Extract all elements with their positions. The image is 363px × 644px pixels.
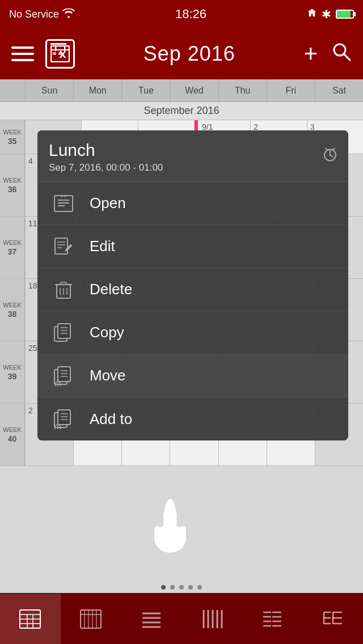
dot-2 [170, 585, 175, 590]
header-sun: Sun [25, 79, 73, 101]
event-title-bar: Lunch Sep 7, 2016, 00:00 - 01:00 [37, 130, 348, 182]
context-move-label: Move [90, 367, 126, 384]
context-menu: Lunch Sep 7, 2016, 00:00 - 01:00 [37, 130, 348, 440]
svg-rect-3 [64, 46, 66, 51]
svg-rect-19 [55, 238, 67, 254]
bluetooth-icon: ✱ [322, 7, 331, 21]
delete-icon [51, 277, 76, 302]
svg-rect-54 [179, 526, 186, 539]
tasks-view-icon [320, 607, 345, 632]
tab-week[interactable] [61, 594, 121, 644]
week-label-38: WEEK 38 [0, 279, 25, 341]
event-datetime: Sep 7, 2016, 00:00 - 01:00 [49, 162, 337, 173]
week-label-37: WEEK 37 [0, 217, 25, 278]
month-label: September 2016 [0, 102, 363, 120]
open-icon [51, 191, 76, 216]
svg-rect-4 [53, 52, 56, 55]
header-sat: Sat [315, 79, 363, 101]
page-indicator [161, 585, 202, 590]
context-copy-label: Copy [90, 324, 124, 341]
addto-icon [51, 406, 76, 431]
svg-line-9 [344, 54, 350, 60]
tab-vertical[interactable] [182, 594, 242, 644]
svg-rect-2 [55, 46, 57, 51]
calendar-view-button[interactable] [45, 39, 75, 69]
nav-title: Sep 2016 [143, 42, 235, 66]
svg-point-51 [163, 502, 177, 536]
context-menu-open[interactable]: Open [37, 182, 348, 225]
svg-line-12 [330, 155, 333, 157]
battery-indicator [336, 10, 354, 19]
header-wed: Wed [170, 79, 218, 101]
week-label-35-top: WEEK 35 [0, 120, 25, 154]
day-headers: Sun Mon Tue Wed Thu Fri Sat [0, 79, 363, 102]
month-view-icon [18, 607, 43, 632]
tab-agenda[interactable] [242, 594, 303, 644]
header-thu: Thu [218, 79, 267, 101]
dot-4 [188, 585, 193, 590]
tab-list[interactable] [121, 594, 182, 644]
search-button[interactable] [331, 41, 352, 66]
dot-5 [197, 585, 202, 590]
svg-point-57 [162, 507, 178, 523]
tab-bar [0, 593, 363, 644]
nav-left [11, 39, 75, 69]
dot-1 [161, 585, 166, 590]
edit-icon [51, 234, 76, 259]
svg-line-14 [332, 149, 335, 150]
svg-rect-55 [154, 533, 161, 541]
svg-rect-44 [58, 410, 70, 425]
week-label-40: WEEK 40 [0, 404, 25, 465]
copy-icon [51, 320, 76, 345]
alarm-icon [322, 146, 338, 166]
svg-point-52 [154, 524, 186, 553]
svg-rect-56 [179, 533, 186, 541]
nav-bar: Sep 2016 + [0, 28, 363, 79]
status-bar: No Service 18:26 ✱ [0, 0, 363, 28]
context-menu-edit[interactable]: Edit [37, 225, 348, 268]
cursor-hand [142, 488, 199, 561]
context-menu-addto[interactable]: Add to [37, 397, 348, 440]
nav-right: + [303, 41, 352, 66]
agenda-view-icon [260, 607, 285, 632]
add-event-button[interactable]: + [303, 42, 318, 66]
list-view-icon [139, 607, 164, 632]
time-display: 18:26 [175, 7, 206, 22]
context-menu-copy[interactable]: Copy [37, 311, 348, 354]
tab-tasks[interactable] [302, 594, 363, 644]
svg-point-58 [164, 499, 176, 531]
context-menu-delete[interactable]: Delete [37, 268, 348, 311]
event-title: Lunch [49, 141, 337, 160]
menu-button[interactable] [11, 46, 34, 61]
svg-rect-36 [58, 367, 70, 382]
header-mon: Mon [73, 79, 121, 101]
svg-rect-65 [81, 610, 101, 628]
carrier-text: No Service [9, 9, 59, 20]
wifi-icon [62, 8, 75, 21]
svg-rect-26 [61, 282, 66, 285]
header-tue: Tue [121, 79, 170, 101]
week-view-icon [78, 607, 103, 632]
context-delete-label: Delete [90, 281, 132, 298]
status-left: No Service [9, 8, 75, 21]
status-right: ✱ [307, 7, 354, 21]
svg-rect-53 [154, 526, 161, 539]
context-open-label: Open [90, 194, 126, 212]
svg-line-13 [326, 149, 328, 150]
calendar-body: September 2016 WEEK 35 9/1 2 3 WEEK 36 4… [0, 102, 363, 644]
svg-rect-31 [58, 324, 70, 338]
context-menu-move[interactable]: Move [37, 354, 348, 397]
dot-3 [179, 585, 184, 590]
location-icon [307, 8, 317, 20]
week-label-39: WEEK 39 [0, 341, 25, 403]
context-addto-label: Add to [90, 410, 132, 428]
context-edit-label: Edit [90, 238, 115, 255]
move-icon [51, 363, 76, 388]
header-fri: Fri [267, 79, 315, 101]
week-label-36: WEEK 36 [0, 154, 25, 216]
vertical-view-icon [199, 607, 224, 632]
tab-month[interactable] [0, 594, 61, 644]
svg-rect-1 [51, 49, 69, 50]
